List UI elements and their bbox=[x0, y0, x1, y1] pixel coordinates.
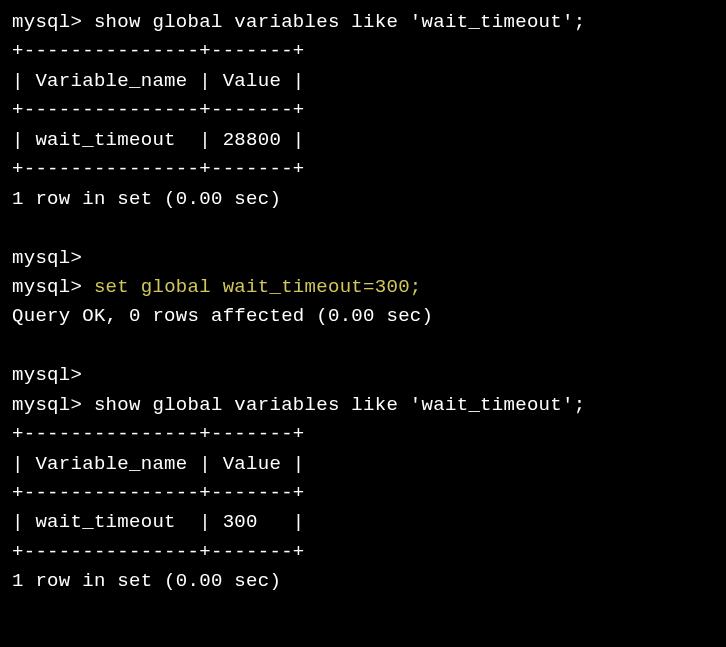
table-row: | wait_timeout | 300 | bbox=[12, 508, 714, 537]
command-line: mysql> show global variables like 'wait_… bbox=[12, 8, 714, 37]
sql-command: show global variables like 'wait_timeout… bbox=[82, 11, 585, 33]
table-row: | wait_timeout | 28800 | bbox=[12, 126, 714, 155]
table-footer: 1 row in set (0.00 sec) bbox=[12, 567, 714, 596]
mysql-prompt: mysql> bbox=[12, 276, 82, 298]
table-border: +---------------+-------+ bbox=[12, 155, 714, 184]
table-footer: 1 row in set (0.00 sec) bbox=[12, 185, 714, 214]
sql-command: set global wait_timeout=300; bbox=[82, 276, 421, 298]
result-line: Query OK, 0 rows affected (0.00 sec) bbox=[12, 302, 714, 331]
table-border: +---------------+-------+ bbox=[12, 479, 714, 508]
prompt-line: mysql> bbox=[12, 244, 714, 273]
table-header: | Variable_name | Value | bbox=[12, 450, 714, 479]
command-line: mysql> show global variables like 'wait_… bbox=[12, 391, 714, 420]
prompt-line: mysql> bbox=[12, 361, 714, 390]
mysql-prompt: mysql> bbox=[12, 247, 82, 269]
table-border: +---------------+-------+ bbox=[12, 96, 714, 125]
command-line: mysql> set global wait_timeout=300; bbox=[12, 273, 714, 302]
mysql-prompt: mysql> bbox=[12, 364, 82, 386]
terminal-output: mysql> show global variables like 'wait_… bbox=[12, 8, 714, 597]
table-border: +---------------+-------+ bbox=[12, 37, 714, 66]
blank-line bbox=[12, 214, 714, 243]
table-border: +---------------+-------+ bbox=[12, 420, 714, 449]
blank-line bbox=[12, 332, 714, 361]
mysql-prompt: mysql> bbox=[12, 394, 82, 416]
sql-command: show global variables like 'wait_timeout… bbox=[82, 394, 585, 416]
mysql-prompt: mysql> bbox=[12, 11, 82, 33]
table-border: +---------------+-------+ bbox=[12, 538, 714, 567]
table-header: | Variable_name | Value | bbox=[12, 67, 714, 96]
